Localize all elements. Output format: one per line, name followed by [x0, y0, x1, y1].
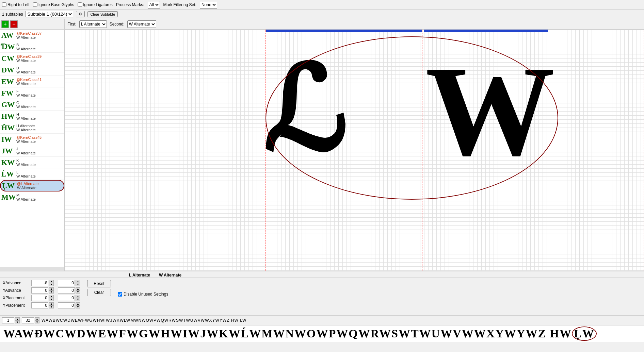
pair-item[interactable]: JW J W Alternate [0, 145, 64, 157]
pair-glyph: ĹW [1, 170, 16, 179]
pair-item[interactable]: FW F W Alternate [0, 87, 64, 99]
seq-num1-up[interactable]: ▲ [15, 317, 20, 320]
seq-num2-down[interactable]: ▼ [35, 320, 39, 323]
subtable-select[interactable]: Subtable 1 (60/124) [26, 11, 73, 17]
add-pair-button[interactable]: + [1, 20, 9, 28]
pair-glyph: JW [1, 147, 16, 155]
pair-item[interactable]: GW G W Alternate [0, 99, 64, 111]
xadvance-col1-down[interactable]: ▼ [49, 283, 54, 286]
xadvance-label: XAdvance [3, 281, 30, 285]
right-to-left-checkbox[interactable] [2, 2, 6, 7]
pair-item[interactable]: MW M W Alternate [0, 191, 64, 203]
yadvance-col1-up[interactable]: ▲ [49, 287, 54, 290]
xplacement-col1-down[interactable]: ▼ [49, 298, 54, 301]
ignore-base-glyphs-label[interactable]: Ignore Base Glyphs [33, 2, 74, 7]
yadvance-col2-group: ▲ ▼ [58, 287, 80, 294]
yplacement-row: YPlacement ▲ ▼ ▲ ▼ [3, 302, 80, 309]
yadvance-col1-group: ▲ ▼ [31, 287, 54, 294]
remove-pair-button[interactable]: − [10, 20, 18, 28]
yadvance-col2-input[interactable] [58, 287, 75, 294]
pair-item[interactable]: IW @KernClass45 W Alternate [0, 134, 64, 145]
xplacement-col1-group: ▲ ▼ [31, 295, 54, 301]
pair-class: @KernClass41 [16, 78, 42, 82]
yplacement-col2-down[interactable]: ▼ [76, 305, 80, 308]
yplacement-col1-input[interactable] [31, 302, 48, 308]
props-header: L Alternate W Alternate [0, 271, 644, 278]
ignore-base-glyphs-checkbox[interactable] [33, 2, 37, 7]
left-scrollbar[interactable] [0, 267, 64, 271]
pair-class: J [16, 147, 36, 151]
xplacement-col2-input[interactable] [58, 295, 75, 301]
xplacement-col2-up[interactable]: ▲ [76, 295, 80, 298]
mark-filtering-label: Mark Filtering Set: [163, 2, 196, 7]
disable-unused-label: Disable Unused Settings [124, 292, 168, 297]
yplacement-col2-up[interactable]: ▲ [76, 302, 80, 305]
seq-num1-down[interactable]: ▼ [15, 320, 20, 323]
pair-second: W Alternate [16, 93, 36, 97]
xadvance-col1-input[interactable] [31, 280, 48, 286]
pair-item[interactable]: KW K W Alternate [0, 157, 64, 168]
pair-item[interactable]: ƊW B W Alternate [0, 41, 64, 53]
seq-num2-up[interactable]: ▲ [35, 317, 39, 320]
pair-item[interactable]: ĐW D W Alternate [0, 64, 64, 76]
xplacement-col2-down[interactable]: ▼ [76, 298, 80, 301]
xplacement-label: XPlacement [3, 296, 30, 300]
glyph-strip: WAWĐWCWDWEWFWGWHWIWJWKWĹWMWNWOWPWQWRWSWT… [0, 325, 644, 342]
yadvance-col1-input[interactable] [31, 287, 48, 294]
pair-item[interactable]: AW @KernClass37 W Alternate [0, 30, 64, 41]
right-to-left-label[interactable]: Right to Left [2, 2, 30, 7]
ignore-ligatures-label[interactable]: Ignore Ligatures [78, 2, 113, 7]
xadvance-col2-down[interactable]: ▼ [76, 283, 80, 286]
pair-class: @KernClass45 [16, 135, 42, 139]
blue-top-bar-l [265, 30, 422, 32]
pair-info: @KernClass37 W Alternate [16, 31, 42, 39]
pair-item[interactable]: EW @KernClass41 W Alternate [0, 76, 64, 87]
yadvance-row: YAdvance ▲ ▼ ▲ ▼ [3, 287, 80, 294]
pair-item[interactable]: ĻW @L Alternate W Alternate [0, 180, 64, 191]
strip-text-before: WAWĐWCWDWEWFWGWHWIWJWKWĹWMWNWOWPWQWRWSWT… [3, 327, 572, 340]
seq-num1-input[interactable] [2, 317, 14, 323]
disable-unused-checkbox[interactable] [118, 292, 122, 297]
xadvance-col2-input[interactable] [58, 280, 75, 286]
clear-subtable-button[interactable]: Clear Subtable [87, 11, 118, 17]
pair-second: W Alternate [16, 139, 42, 144]
xadvance-col1-up[interactable]: ▲ [49, 280, 54, 283]
xadvance-row: XAdvance ▲ ▼ ▲ ▼ [3, 279, 80, 287]
xadvance-col2-up[interactable]: ▲ [76, 280, 80, 283]
xplacement-col1-input[interactable] [31, 295, 48, 301]
mark-filtering-select[interactable]: None [200, 1, 217, 9]
pair-item[interactable]: HW H W Alternate [0, 111, 64, 122]
seq-num1-spin: ▲ ▼ [15, 317, 20, 323]
second-select[interactable]: W Alternate [127, 20, 156, 28]
pair-glyph: CW [1, 54, 16, 63]
pair-glyph: KW [1, 158, 16, 167]
ignore-ligatures-checkbox[interactable] [78, 2, 82, 7]
xplacement-row: XPlacement ▲ ▼ ▲ ▼ [3, 294, 80, 302]
clear-button[interactable]: Clear [87, 289, 111, 296]
xplacement-col1-up[interactable]: ▲ [49, 295, 54, 298]
seq-num2-input[interactable] [22, 317, 34, 323]
yadvance-col1-down[interactable]: ▼ [49, 290, 54, 294]
pair-info: D W Alternate [16, 66, 36, 74]
pair-second: W Alternate [16, 35, 42, 39]
pair-second: W Alternate [16, 197, 36, 201]
yplacement-col2-input[interactable] [58, 302, 75, 308]
pair-item[interactable]: ĤW H Alternate W Alternate [0, 122, 64, 134]
pair-info: B W Alternate [16, 43, 36, 51]
yplacement-col1-up[interactable]: ▲ [49, 302, 54, 305]
reset-button[interactable]: Reset [87, 280, 111, 287]
pair-second: W Alternate [16, 128, 36, 132]
pair-item[interactable]: ĹW L W Alternate [0, 168, 64, 180]
yadvance-col2-down[interactable]: ▼ [76, 290, 80, 294]
pair-item[interactable]: CW @KernClass39 W Alternate [0, 53, 64, 64]
clear-subtable-icon[interactable]: ⚙ [76, 11, 85, 17]
pair-second: W Alternate [16, 70, 36, 74]
pair-info: @L Alternate W Alternate [17, 182, 38, 190]
xadvance-col1-spin: ▲ ▼ [49, 280, 54, 286]
vert-line-mid [422, 30, 422, 271]
yadvance-col2-up[interactable]: ▲ [76, 287, 80, 290]
pair-info: @KernClass45 W Alternate [16, 135, 42, 144]
process-marks-select[interactable]: All [148, 1, 160, 9]
first-select[interactable]: L Alternate [79, 20, 107, 28]
yplacement-col1-down[interactable]: ▼ [49, 305, 54, 308]
